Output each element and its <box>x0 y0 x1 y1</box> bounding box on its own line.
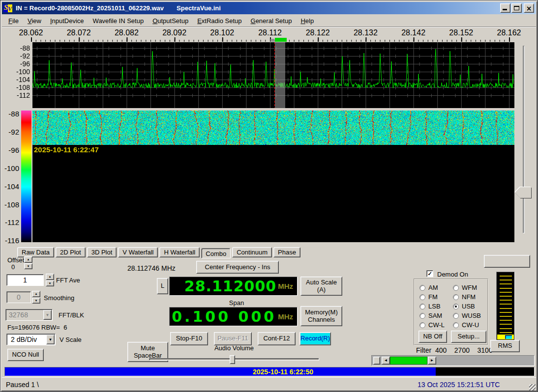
meter-tick <box>500 308 512 309</box>
scrollbar-box[interactable] <box>373 357 380 364</box>
menu-view[interactable]: View <box>23 16 46 26</box>
continue-button[interactable]: Cont-F12 <box>258 332 296 345</box>
maximize-button[interactable] <box>511 3 522 13</box>
radio-button-icon[interactable] <box>453 322 459 328</box>
radio-cw-l[interactable]: CW-L <box>419 320 445 330</box>
tuned-frequency-marker[interactable] <box>275 38 287 42</box>
frequency-display[interactable]: 28.112000 MHz <box>169 277 298 296</box>
meter-tick <box>500 288 512 289</box>
meter-tick <box>500 320 512 321</box>
tab-raw-data[interactable]: Raw Data <box>17 247 54 257</box>
fft-blk-dropdown-icon[interactable]: ▼ <box>43 310 52 320</box>
fft-ave-up-icon[interactable]: ▲ <box>46 274 54 280</box>
smoothing-spinner[interactable]: ▲ ▼ <box>32 291 40 304</box>
menu-inputdevice[interactable]: InputDevice <box>46 16 89 26</box>
meter-tick <box>500 332 512 333</box>
menu-help[interactable]: Help <box>296 16 318 26</box>
radio-cw-u[interactable]: CW-U <box>453 320 481 330</box>
spectrum-db-label: -104 <box>4 76 30 84</box>
progress-timestamp: 2025-10-11 6:22:50 <box>5 368 534 376</box>
v-scale-combobox[interactable]: 2 dB/Div ▼ <box>6 334 56 345</box>
center-frequency-button[interactable]: Center Frequency - Ins <box>196 261 279 274</box>
stop-button[interactable]: Stop-F10 <box>170 332 208 345</box>
radio-label: USB <box>462 303 475 310</box>
radio-wusb[interactable]: WUSB <box>453 311 481 320</box>
demod-setup-button[interactable]: Setup... <box>451 331 486 343</box>
tab-v-waterfall[interactable]: V Waterfall <box>118 247 158 257</box>
minimize-button[interactable] <box>500 3 510 13</box>
noise-blanker-button[interactable]: NB Off <box>418 331 447 343</box>
radio-am[interactable]: AM <box>419 283 445 292</box>
record-button[interactable]: Record(R) <box>299 332 331 345</box>
radio-lsb[interactable]: LSB <box>419 302 445 311</box>
radio-button-icon[interactable] <box>453 304 459 309</box>
menu-file[interactable]: File <box>4 16 23 26</box>
tab-combo[interactable]: Combo <box>201 248 231 258</box>
radio-button-icon[interactable] <box>419 294 425 300</box>
radio-nfm[interactable]: NFM <box>453 292 481 302</box>
fft-blk-combobox[interactable]: 32768 ▼ <box>5 309 53 321</box>
demod-on-checkbox[interactable]: ✓ <box>426 270 433 277</box>
menu-wavefile-in-setup[interactable]: Wavefile IN Setup <box>89 16 149 26</box>
left-arrow-thumb-icon <box>515 187 531 198</box>
smoothing-down-icon[interactable]: ▼ <box>32 298 40 304</box>
offset-down-icon[interactable]: ▼ <box>24 263 32 270</box>
scrollbar-thumb[interactable] <box>390 357 427 364</box>
rms-button[interactable]: RMS <box>490 340 520 352</box>
auto-scale-button[interactable]: Auto Scale (A) <box>300 277 342 296</box>
nco-null-button[interactable]: NCO Null <box>7 349 44 361</box>
radio-button-icon[interactable] <box>453 285 459 291</box>
playback-progress-bar[interactable]: 2025-10-11 6:22:50 <box>4 367 535 376</box>
menu-outputsetup[interactable]: OutputSetup <box>148 16 193 26</box>
tab-h-waterfall[interactable]: H Waterfall <box>159 247 200 257</box>
offset-value: 0 <box>11 263 15 271</box>
span-unit: MHz <box>278 312 293 321</box>
file-position-scrollbar[interactable]: ◄ ► <box>371 355 535 366</box>
radio-button-icon[interactable] <box>453 294 459 300</box>
smoothing-input[interactable]: 0 <box>6 291 31 303</box>
radio-label: WFM <box>462 284 477 291</box>
scroll-right-icon[interactable]: ► <box>428 357 436 364</box>
menu-general-setup[interactable]: General Setup <box>246 16 297 26</box>
waterfall-slider-track[interactable] <box>523 46 525 233</box>
offset-spinner[interactable]: ▲ ▼ <box>24 256 32 269</box>
radio-label: SAM <box>428 312 442 319</box>
offset-up-icon[interactable]: ▲ <box>24 256 32 263</box>
tab-continuum[interactable]: Continuum <box>232 247 272 257</box>
close-button[interactable]: × <box>524 3 534 13</box>
freq-tick-label: 28.112 <box>253 28 287 37</box>
radio-button-icon[interactable] <box>419 322 425 328</box>
audio-volume-thumb[interactable] <box>230 355 235 364</box>
v-scale-dropdown-icon[interactable]: ▼ <box>46 335 55 344</box>
tab-2d-plot[interactable]: 2D Plot <box>56 247 86 257</box>
scroll-left-icon[interactable]: ◄ <box>382 357 390 364</box>
waterfall-slider-thumb[interactable] <box>515 187 531 198</box>
radio-button-icon[interactable] <box>419 304 425 309</box>
waterfall-db-label: -116 <box>0 236 19 245</box>
smoothing-up-icon[interactable]: ▲ <box>32 291 40 297</box>
lock-button[interactable]: L <box>157 278 168 294</box>
tab-3d-plot[interactable]: 3D Plot <box>87 247 117 257</box>
span-display[interactable]: 0.100 000 MHz <box>169 307 298 326</box>
tab-phase[interactable]: Phase <box>273 247 300 257</box>
memory-channels-button[interactable]: Memory(M) Channels <box>300 306 342 326</box>
radio-button-icon[interactable] <box>419 285 425 291</box>
fft-ave-input[interactable]: 1 <box>6 274 44 286</box>
radio-fm[interactable]: FM <box>419 292 445 302</box>
resize-grip[interactable] <box>529 384 536 391</box>
menu-extradio-setup[interactable]: ExtRadio Setup <box>193 16 246 26</box>
fft-blk-label: FFT/BLK <box>59 311 84 319</box>
app-icon: SV <box>3 4 12 12</box>
fft-ave-down-icon[interactable]: ▼ <box>46 280 54 287</box>
meter-tick <box>500 312 512 313</box>
fft-ave-spinner[interactable]: ▲ ▼ <box>46 274 54 286</box>
waterfall-display[interactable] <box>32 111 514 242</box>
radio-wfm[interactable]: WFM <box>453 283 481 292</box>
pause-button[interactable]: Pause-F11 <box>214 332 252 345</box>
radio-sam[interactable]: SAM <box>419 311 445 320</box>
spectrum-plot[interactable] <box>32 42 514 108</box>
radio-button-icon[interactable] <box>419 313 425 319</box>
waterfall-db-label: -100 <box>0 164 19 172</box>
radio-usb[interactable]: USB <box>453 302 481 311</box>
radio-button-icon[interactable] <box>453 313 459 319</box>
